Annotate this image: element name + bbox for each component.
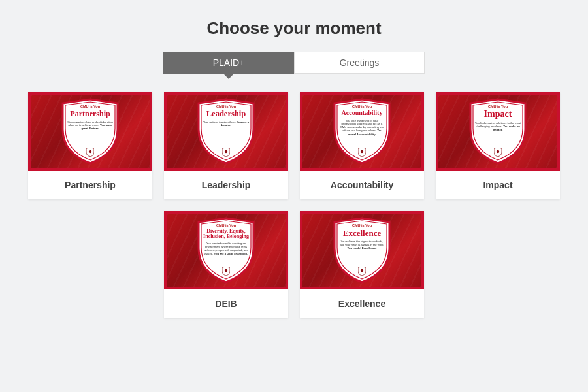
shield-brand: CMU is You <box>469 105 527 108</box>
shield-brand: CMU is You <box>197 105 255 108</box>
card-image: CMU is YouPartnershipStrong partnerships… <box>28 92 152 171</box>
moment-card-partnership[interactable]: CMU is YouPartnershipStrong partnerships… <box>28 92 152 199</box>
shield-icon: CMU is YouLeadershipYour actions inspire… <box>195 98 257 165</box>
moment-card-accountability[interactable]: CMU is YouAccountabilityYou take ownersh… <box>300 92 424 199</box>
card-image: CMU is YouDiversity, Equity, Inclusion, … <box>164 211 288 289</box>
shield-brand: CMU is You <box>333 223 391 227</box>
page-title: Choose your moment <box>0 0 588 52</box>
shield-title: Impact <box>469 110 527 120</box>
mini-badge-icon <box>494 148 502 157</box>
shield-desc: You are dedicated to creating an environ… <box>197 242 255 255</box>
shield-icon: CMU is YouPartnershipStrong partnerships… <box>59 98 122 165</box>
card-label: Accountability <box>300 171 424 199</box>
shield-desc: You find creative solutions to the most … <box>469 122 527 132</box>
card-label: Excellence <box>300 289 424 318</box>
shield-desc: Strong partnerships and collaboration al… <box>61 120 119 131</box>
moment-card-impact[interactable]: CMU is YouImpactYou find creative soluti… <box>436 92 560 199</box>
card-label: Leadership <box>164 171 288 199</box>
mini-badge-icon <box>86 148 94 157</box>
card-image: CMU is YouLeadershipYour actions inspire… <box>164 92 288 171</box>
shield-title: Excellence <box>333 229 391 238</box>
card-image: CMU is YouAccountabilityYou take ownersh… <box>300 92 424 171</box>
mini-badge-icon <box>222 148 230 157</box>
mini-badge-icon <box>358 267 366 276</box>
card-grid: CMU is YouPartnershipStrong partnerships… <box>0 92 588 318</box>
card-image: CMU is YouImpactYou find creative soluti… <box>436 92 560 171</box>
mini-badge-icon <box>222 267 230 276</box>
shield-desc: You achieve the highest standards, and y… <box>333 240 391 250</box>
shield-title: Partnership <box>61 110 119 118</box>
shield-icon: CMU is YouImpactYou find creative soluti… <box>466 98 529 165</box>
shield-brand: CMU is You <box>61 105 119 108</box>
shield-title: Diversity, Equity, Inclusion, Belonging <box>197 229 255 240</box>
tab-bar: PLAID+ Greetings <box>0 52 588 74</box>
card-image: CMU is YouExcellenceYou achieve the high… <box>300 211 424 289</box>
shield-icon: CMU is YouExcellenceYou achieve the high… <box>331 217 393 284</box>
moment-card-excellence[interactable]: CMU is YouExcellenceYou achieve the high… <box>300 211 424 318</box>
moment-card-deib[interactable]: CMU is YouDiversity, Equity, Inclusion, … <box>164 211 288 318</box>
card-label: Impact <box>436 171 560 199</box>
card-label: DEIB <box>164 289 288 318</box>
shield-icon: CMU is YouDiversity, Equity, Inclusion, … <box>195 217 257 284</box>
moment-card-leadership[interactable]: CMU is YouLeadershipYour actions inspire… <box>164 92 288 199</box>
tab-plaid-plus[interactable]: PLAID+ <box>163 52 294 74</box>
shield-brand: CMU is You <box>197 223 255 227</box>
shield-brand: CMU is You <box>333 105 391 108</box>
shield-title: Leadership <box>197 110 255 118</box>
shield-desc: Your actions inspire others. You are a L… <box>197 120 255 127</box>
mini-badge-icon <box>358 148 366 157</box>
tab-greetings[interactable]: Greetings <box>294 52 425 74</box>
card-label: Partnership <box>28 171 152 199</box>
shield-icon: CMU is YouAccountabilityYou take ownersh… <box>331 98 393 165</box>
shield-title: Accountability <box>333 110 391 117</box>
shield-desc: You take ownership of your professional … <box>333 119 391 136</box>
